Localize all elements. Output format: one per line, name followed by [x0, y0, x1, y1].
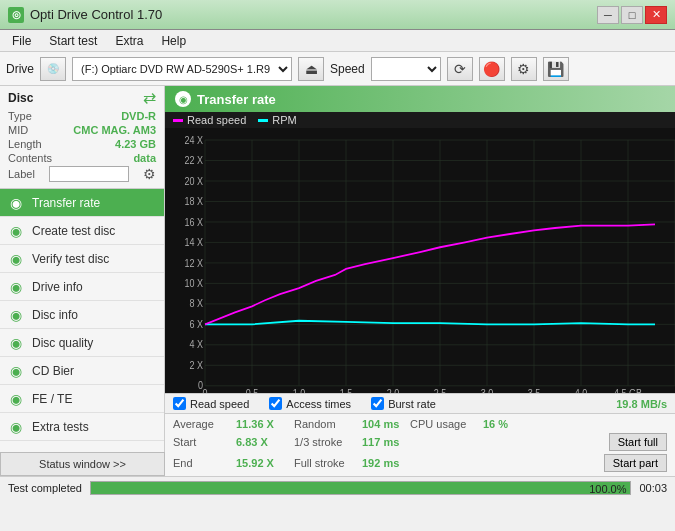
nav-disc-quality[interactable]: ◉ Disc quality	[0, 329, 164, 357]
status-time: 00:03	[639, 482, 667, 494]
start-part-button[interactable]: Start part	[604, 454, 667, 472]
end-value: 15.92 X	[236, 457, 286, 469]
disc-panel: Disc ⇄ Type DVD-R MID CMC MAG. AM3 Lengt…	[0, 86, 164, 189]
fe-te-icon: ◉	[8, 391, 24, 407]
svg-text:12 X: 12 X	[184, 257, 203, 269]
random-value: 104 ms	[362, 418, 402, 430]
disc-length-value: 4.23 GB	[115, 138, 156, 150]
minimize-button[interactable]: ─	[597, 6, 619, 24]
disc-type-label: Type	[8, 110, 32, 122]
disc-refresh-button[interactable]: ⇄	[143, 90, 156, 106]
svg-text:22 X: 22 X	[184, 154, 203, 166]
drive-select[interactable]: (F:) Optiarc DVD RW AD-5290S+ 1.R9	[72, 57, 292, 81]
status-window-button[interactable]: Status window >>	[0, 452, 165, 476]
burst-rate-number: 19.8 MB/s	[616, 398, 667, 410]
svg-text:3.5: 3.5	[528, 387, 541, 393]
nav-create-test-disc[interactable]: ◉ Create test disc	[0, 217, 164, 245]
drive-info-icon: ◉	[8, 279, 24, 295]
disc-contents-label: Contents	[8, 152, 52, 164]
checkbox-access-times[interactable]: Access times	[269, 397, 351, 410]
full-stroke-value: 192 ms	[362, 457, 402, 469]
chart-legend: Read speed RPM	[165, 112, 675, 128]
svg-text:8 X: 8 X	[189, 298, 203, 310]
nav-disc-info-label: Disc info	[32, 308, 78, 322]
erase-button[interactable]: 🔴	[479, 57, 505, 81]
legend-read-speed-dot	[173, 119, 183, 122]
read-speed-checkbox[interactable]	[173, 397, 186, 410]
disc-label-input[interactable]	[49, 166, 129, 182]
label-settings-icon[interactable]: ⚙	[143, 166, 156, 182]
checkbox-burst-rate[interactable]: Burst rate	[371, 397, 436, 410]
menu-help[interactable]: Help	[153, 32, 194, 50]
nav-extra-tests[interactable]: ◉ Extra tests	[0, 413, 164, 441]
nav-disc-info[interactable]: ◉ Disc info	[0, 301, 164, 329]
speed-select[interactable]	[371, 57, 441, 81]
one-third-stroke-label: 1/3 stroke	[294, 436, 354, 448]
chart-svg: 24 X 22 X 20 X 18 X 16 X 14 X 12 X 10 X …	[165, 128, 675, 393]
chart-header: ◉ Transfer rate	[165, 86, 675, 112]
nav-drive-info-label: Drive info	[32, 280, 83, 294]
disc-contents-value: data	[133, 152, 156, 164]
stats-panel: Average 11.36 X Random 104 ms CPU usage …	[165, 414, 675, 476]
access-times-checkbox[interactable]	[269, 397, 282, 410]
svg-text:20 X: 20 X	[184, 175, 203, 187]
legend-read-speed-label: Read speed	[187, 114, 246, 126]
svg-text:4.0: 4.0	[575, 387, 588, 393]
chart-checkboxes: Read speed Access times Burst rate 19.8 …	[165, 393, 675, 414]
status-bar: Test completed 100.0% 00:03	[0, 476, 675, 498]
toolbar: Drive 💿 (F:) Optiarc DVD RW AD-5290S+ 1.…	[0, 52, 675, 86]
svg-text:18 X: 18 X	[184, 195, 203, 207]
legend-rpm: RPM	[258, 114, 296, 126]
app-icon: ◎	[8, 7, 24, 23]
nav-verify-test-disc[interactable]: ◉ Verify test disc	[0, 245, 164, 273]
menu-file[interactable]: File	[4, 32, 39, 50]
disc-mid-label: MID	[8, 124, 28, 136]
chart-title: Transfer rate	[197, 92, 276, 107]
svg-text:4 X: 4 X	[189, 339, 203, 351]
progress-bar-fill	[91, 482, 630, 494]
eject-button[interactable]: ⏏	[298, 57, 324, 81]
svg-text:2.0: 2.0	[387, 387, 400, 393]
settings-button[interactable]: ⚙	[511, 57, 537, 81]
disc-label-label: Label	[8, 168, 35, 180]
create-test-disc-icon: ◉	[8, 223, 24, 239]
nav-transfer-rate[interactable]: ◉ Transfer rate	[0, 189, 164, 217]
disc-panel-title: Disc	[8, 91, 33, 105]
svg-text:0.5: 0.5	[246, 387, 259, 393]
nav-cd-bier[interactable]: ◉ CD Bier	[0, 357, 164, 385]
disc-length-label: Length	[8, 138, 42, 150]
chart-area: ◉ Transfer rate Read speed RPM	[165, 86, 675, 476]
sidebar: Disc ⇄ Type DVD-R MID CMC MAG. AM3 Lengt…	[0, 86, 165, 476]
average-label: Average	[173, 418, 228, 430]
nav-create-test-disc-label: Create test disc	[32, 224, 115, 238]
window-controls: ─ □ ✕	[597, 6, 667, 24]
svg-text:1.5: 1.5	[340, 387, 353, 393]
disc-type-value: DVD-R	[121, 110, 156, 122]
burst-rate-checkbox[interactable]	[371, 397, 384, 410]
start-full-button[interactable]: Start full	[609, 433, 667, 451]
svg-text:16 X: 16 X	[184, 216, 203, 228]
disc-quality-icon: ◉	[8, 335, 24, 351]
refresh-button[interactable]: ⟳	[447, 57, 473, 81]
progress-bar: 100.0%	[90, 481, 631, 495]
menu-start-test[interactable]: Start test	[41, 32, 105, 50]
nav-fe-te[interactable]: ◉ FE / TE	[0, 385, 164, 413]
svg-text:10 X: 10 X	[184, 277, 203, 289]
cpu-usage-label: CPU usage	[410, 418, 475, 430]
svg-text:0: 0	[202, 387, 207, 393]
save-button[interactable]: 💾	[543, 57, 569, 81]
nav-drive-info[interactable]: ◉ Drive info	[0, 273, 164, 301]
nav-transfer-rate-label: Transfer rate	[32, 196, 100, 210]
svg-text:4.5 GB: 4.5 GB	[614, 387, 642, 393]
legend-rpm-label: RPM	[272, 114, 296, 126]
verify-test-disc-icon: ◉	[8, 251, 24, 267]
disc-mid-value: CMC MAG. AM3	[73, 124, 156, 136]
nav-disc-quality-label: Disc quality	[32, 336, 93, 350]
close-button[interactable]: ✕	[645, 6, 667, 24]
maximize-button[interactable]: □	[621, 6, 643, 24]
menu-extra[interactable]: Extra	[107, 32, 151, 50]
checkbox-read-speed[interactable]: Read speed	[173, 397, 249, 410]
drive-label: Drive	[6, 62, 34, 76]
svg-text:2 X: 2 X	[189, 359, 203, 371]
title-bar: ◎ Opti Drive Control 1.70 ─ □ ✕	[0, 0, 675, 30]
